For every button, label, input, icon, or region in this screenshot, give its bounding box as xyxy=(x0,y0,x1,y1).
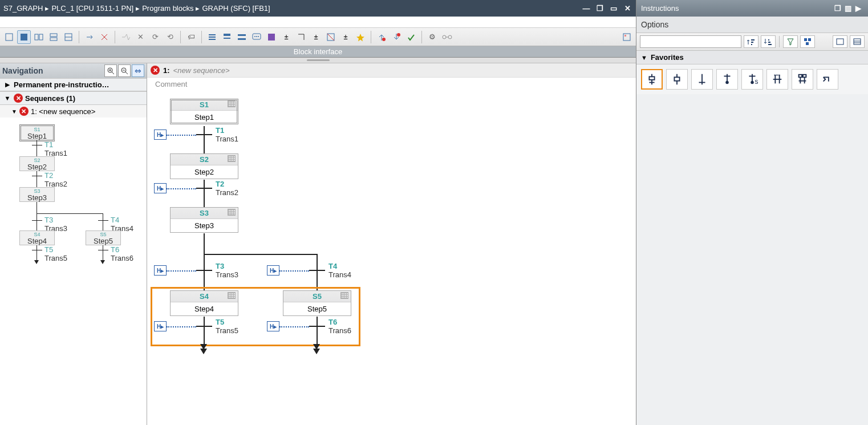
restore-icon[interactable]: ❐ xyxy=(595,3,605,14)
filter-button[interactable] xyxy=(783,35,798,48)
block-interface-bar[interactable]: Block interface xyxy=(0,46,636,58)
search-asc-button[interactable] xyxy=(744,35,759,48)
zoom-out-button[interactable] xyxy=(118,64,131,77)
mini-step-s5[interactable]: S5 Step5 xyxy=(86,230,121,245)
tb-btn-check[interactable] xyxy=(404,30,418,44)
close-icon[interactable]: ✕ xyxy=(622,3,632,14)
sequence-name[interactable]: <new sequence> xyxy=(173,66,230,75)
fav-simultaneous-branch[interactable] xyxy=(792,69,813,90)
tb-insert-row-button[interactable] xyxy=(83,30,96,44)
zoom-fit-button[interactable]: ⇔ xyxy=(132,64,144,77)
fav-alternative-branch[interactable] xyxy=(766,69,788,90)
tb-btn-8[interactable] xyxy=(119,30,132,44)
mini-step-s2[interactable]: S2 Step2 xyxy=(19,156,55,171)
mini-step-s4[interactable]: S4 Step4 xyxy=(19,230,55,245)
tb-btn-18[interactable]: ± xyxy=(309,30,323,44)
tb-btn-tag[interactable]: 🏷 xyxy=(184,30,198,44)
step-actions-icon[interactable] xyxy=(340,292,348,299)
svg-rect-42 xyxy=(808,38,811,41)
fav-transition[interactable] xyxy=(691,69,713,90)
crumb-project[interactable]: S7_GRAPH xyxy=(3,4,43,13)
transition-t1[interactable]: T1Trans1 xyxy=(216,126,238,143)
tb-btn-properties[interactable] xyxy=(620,30,634,44)
sub-titlebar xyxy=(0,17,636,28)
sequence-comment[interactable]: Comment xyxy=(147,78,636,93)
tb-btn-19[interactable] xyxy=(324,30,338,44)
fav-jump[interactable]: s xyxy=(741,69,763,90)
search-desc-button[interactable] xyxy=(761,35,776,48)
tb-btn-16[interactable]: ± xyxy=(279,30,293,44)
tb-btn-14[interactable] xyxy=(235,30,249,44)
tb-btn-17[interactable] xyxy=(294,30,308,44)
sequence-header[interactable]: ✕ 1: <new sequence> xyxy=(147,63,636,78)
crumb-plc[interactable]: PLC_1 [CPU 1511-1 PN] xyxy=(51,4,133,13)
tb-btn-13[interactable] xyxy=(220,30,234,44)
tb-btn-12[interactable] xyxy=(205,30,219,44)
tb-delete-row-button[interactable] xyxy=(98,30,111,44)
tb-btn-err-next[interactable] xyxy=(390,30,403,44)
tb-btn-9[interactable]: ✕ xyxy=(133,30,147,44)
tb-btn-monitor[interactable]: ⚙ xyxy=(425,30,439,44)
fav-close-branch[interactable] xyxy=(817,69,838,90)
nav-sequences[interactable]: ▼ ✕ Sequences (1) xyxy=(0,91,147,105)
favorites-header[interactable]: ▼ Favorites xyxy=(636,51,868,64)
tb-btn-err-prev[interactable] xyxy=(375,30,388,44)
hover-insert-icon[interactable]: H▸ xyxy=(154,265,167,276)
transition-t4[interactable]: T4Trans4 xyxy=(328,262,351,279)
view-card-button[interactable] xyxy=(833,35,847,48)
tb-btn-20[interactable]: ± xyxy=(339,30,352,44)
float-icon[interactable]: ▭ xyxy=(609,3,619,14)
svg-rect-0 xyxy=(6,34,13,41)
tb-btn-5[interactable] xyxy=(62,30,75,44)
hover-insert-icon[interactable]: H▸ xyxy=(267,321,279,331)
step-actions-icon[interactable] xyxy=(228,209,236,216)
tb-btn-2[interactable] xyxy=(17,30,31,44)
minimize-icon[interactable]: — xyxy=(581,3,591,14)
panel-column-icon[interactable]: ▥ xyxy=(843,3,853,14)
transition-t2[interactable]: T2Trans2 xyxy=(216,180,238,197)
crumb-folder[interactable]: Program blocks xyxy=(142,4,193,13)
hover-insert-icon[interactable]: H▸ xyxy=(154,129,167,140)
step-actions-icon[interactable] xyxy=(228,155,236,162)
nav-sequence-1[interactable]: ▼ ✕ 1: <new sequence> xyxy=(0,105,147,118)
tb-btn-11[interactable]: ⟲ xyxy=(163,30,177,44)
step-s2[interactable]: S2 Step2 xyxy=(170,153,238,179)
mini-step-s1[interactable]: S1 Step1 xyxy=(19,124,55,141)
splitter-handle[interactable] xyxy=(0,58,636,63)
step-s3[interactable]: S3 Step3 xyxy=(170,207,238,233)
instructions-options-label[interactable]: Options xyxy=(636,17,868,33)
tb-btn-comment[interactable] xyxy=(250,30,263,44)
tree-button[interactable] xyxy=(800,35,815,48)
tb-btn-3[interactable] xyxy=(32,30,46,44)
fav-step[interactable] xyxy=(666,69,688,90)
step-actions-icon[interactable] xyxy=(228,100,236,107)
tb-btn-1[interactable] xyxy=(2,30,16,44)
tb-btn-4[interactable] xyxy=(47,30,60,44)
tb-btn-glasses[interactable] xyxy=(440,30,454,44)
transition-t3[interactable]: T3Trans3 xyxy=(216,262,238,279)
transition-t6[interactable]: T6Trans6 xyxy=(328,318,351,335)
panel-float-icon[interactable]: ❐ xyxy=(833,3,843,14)
step-s5[interactable]: S5 Step5 xyxy=(283,290,351,316)
sequence-canvas[interactable]: S1 Step1 H▸ T1Trans1 S2 Step2 H▸ T2Tra xyxy=(147,93,636,425)
tb-btn-10[interactable]: ⟳ xyxy=(148,30,162,44)
step-s4[interactable]: S4 Step4 xyxy=(170,290,238,316)
panel-collapse-icon[interactable]: ▶ xyxy=(853,3,863,14)
transition-t5[interactable]: T5Trans5 xyxy=(216,318,238,335)
mini-step-s3[interactable]: S3 Step3 xyxy=(19,187,55,202)
tb-btn-15[interactable] xyxy=(265,30,278,44)
tb-btn-fav[interactable] xyxy=(354,30,367,44)
navigation-preview[interactable]: S1 Step1 T1Trans1 S2 Step2 T2Trans2 S3 S… xyxy=(0,118,147,425)
instructions-search-input[interactable] xyxy=(640,35,741,48)
crumb-block[interactable]: GRAPH (SFC) [FB1] xyxy=(202,4,270,13)
fav-sequence-end[interactable] xyxy=(716,69,738,90)
hover-insert-icon[interactable]: H▸ xyxy=(154,321,167,331)
step-s1[interactable]: S1 Step1 xyxy=(170,99,238,124)
step-actions-icon[interactable] xyxy=(228,292,236,299)
view-list-button[interactable] xyxy=(850,35,865,48)
fav-step-and-transition[interactable] xyxy=(641,69,663,90)
hover-insert-icon[interactable]: H▸ xyxy=(154,183,167,193)
nav-pre-instructions[interactable]: ▶ Permanent pre-instructio… xyxy=(0,78,147,91)
hover-insert-icon[interactable]: H▸ xyxy=(267,265,279,276)
zoom-in-button[interactable] xyxy=(104,64,117,77)
